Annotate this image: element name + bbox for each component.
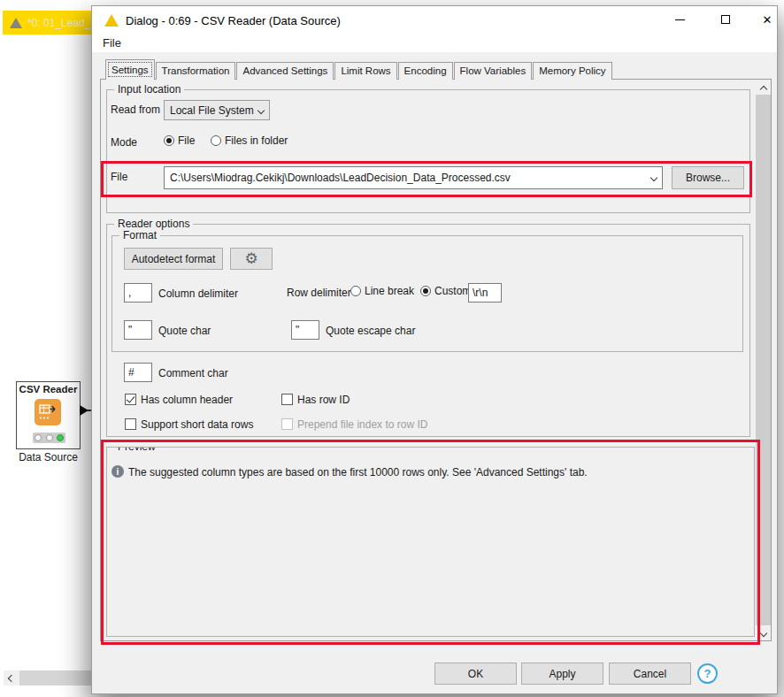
close-icon: ✕ bbox=[763, 14, 772, 26]
comment-char-label: Comment char bbox=[158, 367, 228, 379]
screen: *0: 01_Lead_De CSV Reader Data Source Di… bbox=[0, 0, 784, 697]
status-lamp-red bbox=[35, 434, 42, 441]
maximize-icon bbox=[721, 15, 730, 24]
panel-scrollbar[interactable] bbox=[756, 80, 771, 640]
csv-reader-dialog: Dialog - 0:69 - CSV Reader (Data Source)… bbox=[91, 5, 778, 694]
checkbox-unchecked-icon bbox=[125, 418, 136, 430]
radio-selected-icon bbox=[164, 135, 174, 146]
chevron-down-icon bbox=[759, 629, 766, 636]
reader-options-group-label: Reader options bbox=[114, 218, 193, 230]
checkbox-label: Has row ID bbox=[297, 394, 350, 406]
minimize-button[interactable] bbox=[663, 9, 696, 30]
tab-flow-variables[interactable]: Flow Variables bbox=[454, 62, 533, 80]
checkbox-unchecked-icon bbox=[281, 394, 293, 405]
tab-limit-rows[interactable]: Limit Rows bbox=[334, 62, 396, 80]
read-from-label: Read from bbox=[111, 103, 160, 116]
column-delimiter-label: Column delimiter bbox=[158, 287, 238, 300]
radio-files-in-folder[interactable]: Files in folder bbox=[211, 134, 288, 147]
chevron-down-icon bbox=[650, 174, 657, 181]
radio-unselected-icon bbox=[211, 135, 221, 146]
radio-files-in-folder-label: Files in folder bbox=[225, 134, 288, 147]
ok-button[interactable]: OK bbox=[434, 663, 517, 685]
scroll-down-button[interactable] bbox=[756, 625, 771, 640]
chevron-up-icon bbox=[759, 85, 766, 92]
checkbox-has-column-header[interactable]: Has column header bbox=[125, 394, 233, 406]
chevron-left-icon bbox=[8, 674, 15, 681]
read-from-select[interactable]: Local File System bbox=[164, 100, 270, 120]
preview-group: Preview i The suggested column types are… bbox=[106, 447, 755, 637]
checkbox-label: Has column header bbox=[141, 394, 233, 406]
radio-custom-label: Custom bbox=[434, 285, 471, 297]
row-delimiter-label: Row delimiter bbox=[287, 287, 351, 299]
tab-settings[interactable]: Settings bbox=[105, 59, 155, 80]
radio-line-break[interactable]: Line break bbox=[350, 285, 414, 297]
help-button[interactable]: ? bbox=[697, 663, 718, 684]
tab-memory-policy[interactable]: Memory Policy bbox=[533, 62, 611, 80]
chevron-down-icon bbox=[257, 106, 265, 113]
minimize-icon bbox=[675, 19, 685, 20]
settings-panel: Input location Read from Local File Syst… bbox=[100, 79, 772, 641]
file-label: File bbox=[111, 171, 127, 183]
column-delimiter-input[interactable]: , bbox=[124, 283, 152, 303]
close-button[interactable]: ✕ bbox=[750, 9, 784, 30]
autodetect-format-button[interactable]: Autodetect format bbox=[124, 248, 223, 270]
comment-char-input[interactable]: # bbox=[124, 363, 152, 382]
file-path-combobox[interactable]: C:\Users\Miodrag.Cekikj\Downloads\LeadDe… bbox=[164, 166, 663, 189]
file-menu[interactable]: File bbox=[103, 36, 121, 50]
format-settings-gear-button[interactable]: ⚙ bbox=[230, 248, 273, 270]
checkbox-label: Prepend file index to row ID bbox=[297, 418, 427, 431]
scroll-left-button[interactable] bbox=[4, 670, 19, 686]
tab-advanced-settings[interactable]: Advanced Settings bbox=[236, 62, 334, 80]
info-icon: i bbox=[111, 465, 124, 478]
checkbox-unchecked-icon bbox=[281, 418, 293, 430]
mode-label: Mode bbox=[111, 136, 137, 149]
quote-char-label: Quote char bbox=[158, 325, 211, 337]
cancel-button[interactable]: Cancel bbox=[609, 663, 691, 685]
format-group-label: Format bbox=[119, 229, 160, 241]
quote-escape-char-input[interactable]: " bbox=[291, 320, 319, 340]
tab-transformation[interactable]: Transformation bbox=[156, 62, 236, 80]
checkbox-has-row-id[interactable]: Has row ID bbox=[281, 394, 350, 406]
radio-line-break-label: Line break bbox=[365, 285, 414, 297]
scrollbar-thumb[interactable] bbox=[756, 95, 771, 625]
gear-icon: ⚙ bbox=[244, 251, 257, 266]
csv-reader-node-icon[interactable] bbox=[35, 399, 61, 428]
scrollbar-track[interactable] bbox=[19, 670, 101, 686]
read-from-value: Local File System bbox=[170, 104, 254, 117]
quote-char-input[interactable]: " bbox=[124, 320, 152, 340]
preview-info-text: The suggested column types are based on … bbox=[128, 466, 588, 479]
custom-row-delimiter-input[interactable]: \r\n bbox=[468, 283, 502, 303]
file-path-value: C:\Users\Miodrag.Cekikj\Downloads\LeadDe… bbox=[170, 172, 511, 184]
tab-encoding[interactable]: Encoding bbox=[398, 62, 453, 80]
checkbox-prepend-file-index: Prepend file index to row ID bbox=[281, 418, 427, 431]
maximize-button[interactable] bbox=[709, 9, 742, 30]
workflow-tab-label: *0: 01_Lead_De bbox=[27, 17, 91, 29]
workflow-tab[interactable]: *0: 01_Lead_De bbox=[3, 11, 91, 34]
node-label: Data Source bbox=[5, 451, 91, 463]
radio-file-label: File bbox=[178, 134, 195, 147]
radio-file[interactable]: File bbox=[164, 134, 195, 147]
radio-unselected-icon bbox=[350, 286, 361, 296]
scroll-up-button[interactable] bbox=[756, 80, 771, 95]
quote-escape-char-label: Quote escape char bbox=[326, 325, 415, 337]
radio-custom[interactable]: Custom bbox=[420, 285, 471, 297]
tab-bar: Settings Transformation Advanced Setting… bbox=[105, 59, 613, 80]
preview-group-label: Preview bbox=[114, 447, 159, 453]
workflow-hscrollbar[interactable] bbox=[4, 670, 101, 686]
status-lamp-green bbox=[57, 434, 64, 441]
apply-button[interactable]: Apply bbox=[521, 663, 603, 685]
knime-logo-icon bbox=[10, 18, 22, 28]
window-title: Dialog - 0:69 - CSV Reader (Data Source) bbox=[126, 14, 341, 27]
input-location-group-label: Input location bbox=[114, 83, 184, 96]
checkbox-support-short-data-rows[interactable]: Support short data rows bbox=[125, 418, 253, 431]
status-lamp-yellow bbox=[46, 434, 53, 441]
checkbox-label: Support short data rows bbox=[141, 418, 253, 431]
checkbox-checked-icon bbox=[125, 394, 136, 405]
node-title: CSV Reader bbox=[16, 384, 81, 394]
knime-dialog-icon bbox=[104, 14, 119, 27]
traffic-light bbox=[33, 433, 65, 443]
radio-selected-icon bbox=[420, 286, 431, 296]
browse-button[interactable]: Browse... bbox=[672, 166, 744, 189]
